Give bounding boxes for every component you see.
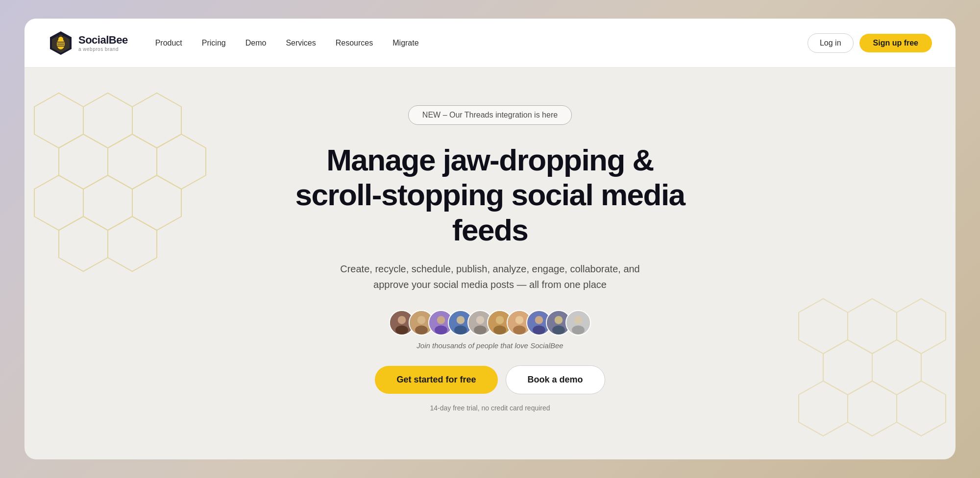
cta-row: Get started for free Book a demo xyxy=(375,365,605,394)
svg-point-43 xyxy=(476,316,485,324)
nav-product[interactable]: Product xyxy=(147,34,190,52)
page-card: SocialBee a webpros brand Product Pricin… xyxy=(24,19,956,459)
nav-migrate[interactable]: Migrate xyxy=(385,34,426,52)
svg-point-56 xyxy=(552,325,565,334)
svg-point-46 xyxy=(496,316,504,324)
nav-links: Product Pricing Demo Services Resources … xyxy=(147,34,808,52)
hero-subtitle: Create, recycle, schedule, publish, anal… xyxy=(333,261,647,292)
svg-point-41 xyxy=(454,325,467,334)
nav-resources[interactable]: Resources xyxy=(328,34,381,52)
svg-point-53 xyxy=(533,325,545,334)
signup-button[interactable]: Sign up free xyxy=(859,34,932,52)
svg-point-55 xyxy=(555,316,563,324)
svg-point-25 xyxy=(58,37,63,42)
nav-demo[interactable]: Demo xyxy=(238,34,274,52)
svg-point-49 xyxy=(515,316,524,324)
logo-area[interactable]: SocialBee a webpros brand xyxy=(48,30,128,56)
svg-point-34 xyxy=(417,316,426,324)
book-demo-button[interactable]: Book a demo xyxy=(506,365,605,394)
svg-point-38 xyxy=(435,325,447,334)
nav-pricing[interactable]: Pricing xyxy=(194,34,234,52)
navbar: SocialBee a webpros brand Product Pricin… xyxy=(24,19,956,68)
logo-name: SocialBee xyxy=(78,34,128,47)
svg-point-58 xyxy=(574,316,583,324)
svg-point-50 xyxy=(513,325,526,334)
svg-point-37 xyxy=(437,316,445,324)
svg-point-31 xyxy=(398,316,406,324)
svg-point-52 xyxy=(535,316,543,324)
svg-point-47 xyxy=(493,325,506,334)
svg-point-29 xyxy=(63,34,65,36)
bee-logo-icon xyxy=(48,30,74,56)
svg-point-44 xyxy=(474,325,487,334)
avatar-10 xyxy=(565,310,591,335)
hero-section: NEW – Our Threads integration is here Ma… xyxy=(24,68,956,459)
trial-note: 14-day free trial, no credit card requir… xyxy=(430,404,550,412)
svg-point-35 xyxy=(415,325,428,334)
nav-actions: Log in Sign up free xyxy=(808,33,932,53)
logo-sub: a webpros brand xyxy=(78,47,128,52)
svg-point-59 xyxy=(572,325,585,334)
join-text: Join thousands of people that love Socia… xyxy=(416,341,563,350)
login-button[interactable]: Log in xyxy=(808,33,854,53)
announcement-badge[interactable]: NEW – Our Threads integration is here xyxy=(408,105,572,125)
avatars-row xyxy=(389,310,591,335)
nav-services[interactable]: Services xyxy=(278,34,323,52)
svg-point-40 xyxy=(457,316,465,324)
svg-point-28 xyxy=(57,34,59,36)
hero-title: Manage jaw-dropping & scroll-stopping so… xyxy=(294,143,686,247)
logo-text: SocialBee a webpros brand xyxy=(78,34,128,52)
svg-point-32 xyxy=(395,325,408,334)
get-started-button[interactable]: Get started for free xyxy=(375,366,497,394)
